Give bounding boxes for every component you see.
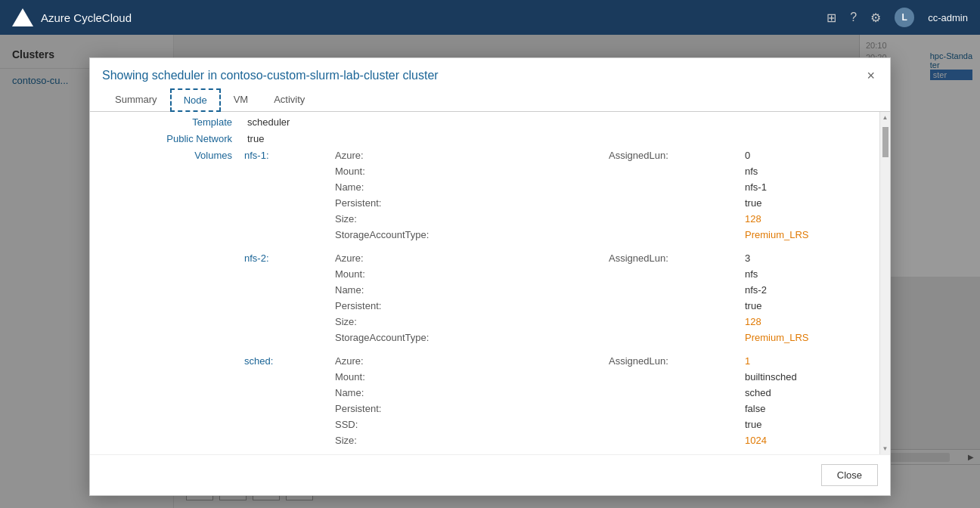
prop-val: nfs [742, 267, 879, 281]
tab-activity[interactable]: Activity [261, 88, 318, 112]
avatar[interactable]: L [895, 8, 914, 27]
scrollbar-thumb[interactable] [882, 127, 889, 157]
modal-header: Showing scheduler in contoso-custom-slur… [90, 58, 890, 82]
public-network-row: Public Network true [90, 132, 879, 148]
prop-val [468, 401, 606, 416]
prop-val [468, 433, 606, 448]
help-icon[interactable]: ? [850, 11, 857, 24]
tab-vm-label: VM [234, 94, 249, 105]
prop-val: 128 [742, 314, 879, 329]
prop-key: Name: [332, 386, 468, 400]
prop-key [606, 314, 742, 329]
main-area: Clusters contoso-cu... 20:10 20:20 hpc-S… [0, 35, 980, 508]
prop-val: Premium_LRS [742, 228, 879, 242]
prop-val [468, 180, 606, 194]
nav-right: ⊞ ? ⚙ L cc-admin [826, 8, 968, 27]
prop-key: AssignedLun: [606, 148, 742, 163]
top-navbar: Azure CycleCloud ⊞ ? ⚙ L cc-admin [0, 0, 980, 35]
prop-val: true [742, 196, 879, 210]
prop-val: 128 [742, 212, 879, 226]
prop-val [468, 251, 606, 265]
prop-key [606, 401, 742, 416]
prop-val: Premium_LRS [742, 330, 879, 345]
prop-val: true [742, 299, 879, 313]
prop-val [468, 228, 606, 242]
prop-key [606, 417, 742, 432]
tab-node-label: Node [184, 94, 207, 106]
modal-footer: Close [90, 454, 890, 495]
prop-key [606, 180, 742, 194]
prop-key: Mount: [332, 164, 468, 178]
prop-key: Size: [332, 212, 468, 226]
volume-nfs-1: nfs-1: Azure: AssignedLun: 0 Mount: [241, 148, 879, 242]
prop-key [606, 267, 742, 281]
scroll-up-arrow[interactable]: ▲ [882, 112, 889, 123]
modal-tabs: Summary Node VM Activity [90, 82, 890, 112]
prop-key: AssignedLun: [606, 354, 742, 368]
prop-val [468, 212, 606, 226]
prop-val [468, 417, 606, 432]
prop-val [468, 386, 606, 400]
volume-nfs-2: nfs-2: Azure: AssignedLun: 3 Mount: [241, 251, 879, 345]
prop-key: Name: [332, 283, 468, 297]
footer-close-button[interactable]: Close [821, 464, 878, 486]
volume-sched: sched: Azure: AssignedLun: 1 Mount: [241, 354, 879, 448]
scroll-down-arrow[interactable]: ▼ [882, 443, 889, 454]
prop-key: Persistent: [332, 299, 468, 313]
tab-activity-label: Activity [274, 94, 305, 105]
template-label: Template [90, 115, 241, 132]
modal-title: Showing scheduler in contoso-custom-slur… [102, 69, 439, 82]
modal-close-button[interactable]: × [864, 69, 878, 82]
volumes-content: nfs-1: Azure: AssignedLun: 0 Mount: [241, 148, 879, 454]
prop-val: 1 [742, 354, 879, 368]
prop-key: Persistent: [332, 401, 468, 416]
prop-val [468, 314, 606, 329]
scrollbar-track [882, 123, 889, 443]
prop-val: nfs-1 [742, 180, 879, 194]
network-icon[interactable]: ⊞ [826, 11, 836, 25]
tab-node[interactable]: Node [170, 88, 221, 112]
prop-key [606, 299, 742, 313]
prop-key [606, 164, 742, 178]
volumes-label: Volumes [90, 148, 241, 454]
volume-nfs-1-label: nfs-1: [241, 148, 332, 242]
prop-key [606, 283, 742, 297]
volumes-section: Volumes nfs-1: Azure: AssignedLun: [90, 148, 879, 454]
prop-key [606, 228, 742, 242]
modal-vertical-scrollbar[interactable]: ▲ ▼ [879, 112, 890, 454]
public-network-value: true [241, 132, 879, 148]
content-table[interactable]: Template scheduler Public Network true V… [90, 112, 879, 454]
prop-val: builtinsched [742, 370, 879, 384]
modal-overlay: Showing scheduler in contoso-custom-slur… [0, 35, 980, 508]
prop-key [606, 370, 742, 384]
prop-val [468, 164, 606, 178]
prop-key: Azure: [332, 148, 468, 163]
prop-key: Name: [332, 180, 468, 194]
prop-val: nfs-2 [742, 283, 879, 297]
prop-key: Azure: [332, 251, 468, 265]
tab-summary-label: Summary [115, 94, 157, 105]
app-title: Azure CycleCloud [41, 11, 132, 24]
prop-key [606, 196, 742, 210]
prop-key: Size: [332, 314, 468, 329]
prop-val [468, 299, 606, 313]
tab-summary[interactable]: Summary [102, 88, 170, 112]
prop-val: 0 [742, 148, 879, 163]
settings-icon[interactable]: ⚙ [870, 11, 881, 25]
prop-val [468, 148, 606, 163]
username-label: cc-admin [928, 12, 968, 23]
prop-val: nfs [742, 164, 879, 178]
volume-nfs-2-label: nfs-2: [241, 251, 332, 345]
logo-icon [12, 8, 33, 26]
app-logo: Azure CycleCloud [12, 8, 132, 26]
prop-key: SSD: [332, 417, 468, 432]
tab-vm[interactable]: VM [221, 88, 262, 112]
public-network-label: Public Network [90, 132, 241, 148]
avatar-initial: L [902, 12, 907, 23]
volume-sched-label: sched: [241, 354, 332, 448]
prop-val: 3 [742, 251, 879, 265]
template-row: Template scheduler [90, 115, 879, 132]
prop-val: true [742, 417, 879, 432]
prop-key: Persistent: [332, 196, 468, 210]
prop-val: false [742, 401, 879, 416]
